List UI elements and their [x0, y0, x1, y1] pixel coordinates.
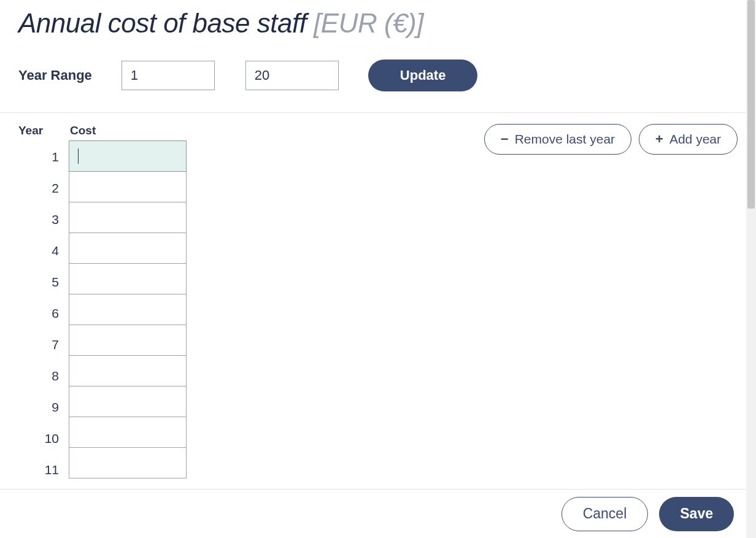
- year-cell: 9: [18, 391, 69, 423]
- page-title: Annual cost of base staff [EUR (€)]: [18, 6, 738, 40]
- year-range-from-input[interactable]: [122, 61, 215, 90]
- text-caret: [78, 148, 79, 164]
- year-range-row: Year Range Update: [18, 55, 738, 112]
- year-cell: 6: [18, 298, 69, 329]
- column-header-year: Year: [18, 124, 69, 141]
- cost-cell[interactable]: [69, 263, 187, 294]
- page-title-unit: [EUR (€)]: [314, 8, 423, 38]
- add-year-label: Add year: [669, 132, 721, 147]
- year-cell: 5: [18, 266, 69, 298]
- year-cell: 1: [18, 141, 69, 172]
- cost-cell[interactable]: [69, 171, 187, 202]
- cost-cell[interactable]: [69, 325, 187, 356]
- remove-last-year-button[interactable]: − Remove last year: [484, 124, 631, 155]
- year-cell: 11: [18, 454, 69, 485]
- year-cell: 2: [18, 172, 69, 204]
- year-cell: 8: [18, 360, 69, 391]
- data-grid: Year 1234567891011 Cost: [18, 124, 187, 485]
- year-cell: 10: [18, 423, 69, 454]
- cost-cell[interactable]: [69, 294, 187, 325]
- year-range-inputs: [122, 61, 339, 90]
- year-cell: 7: [18, 329, 69, 360]
- vertical-scrollbar[interactable]: [746, 0, 756, 538]
- year-cell: 3: [18, 204, 69, 235]
- year-range-label: Year Range: [18, 67, 92, 83]
- column-header-cost: Cost: [69, 124, 187, 141]
- cost-cell[interactable]: [69, 386, 187, 417]
- page-title-text: Annual cost of base staff: [18, 8, 314, 38]
- year-range-to-input[interactable]: [245, 61, 339, 90]
- cost-cell[interactable]: [69, 140, 187, 172]
- year-cell: 4: [18, 235, 69, 266]
- cost-cell[interactable]: [69, 232, 187, 264]
- add-year-button[interactable]: + Add year: [639, 124, 738, 155]
- footer-bar: Cancel Save: [0, 489, 746, 538]
- update-button[interactable]: Update: [368, 60, 478, 91]
- cancel-button[interactable]: Cancel: [561, 497, 649, 531]
- save-button[interactable]: Save: [659, 497, 734, 531]
- cost-cell[interactable]: [69, 447, 187, 478]
- cost-cell[interactable]: [69, 417, 187, 448]
- divider: [0, 112, 756, 113]
- cost-cell[interactable]: [69, 355, 187, 386]
- minus-icon: −: [501, 133, 509, 146]
- remove-last-year-label: Remove last year: [515, 132, 615, 147]
- plus-icon: +: [655, 133, 663, 146]
- cost-cell[interactable]: [69, 202, 187, 233]
